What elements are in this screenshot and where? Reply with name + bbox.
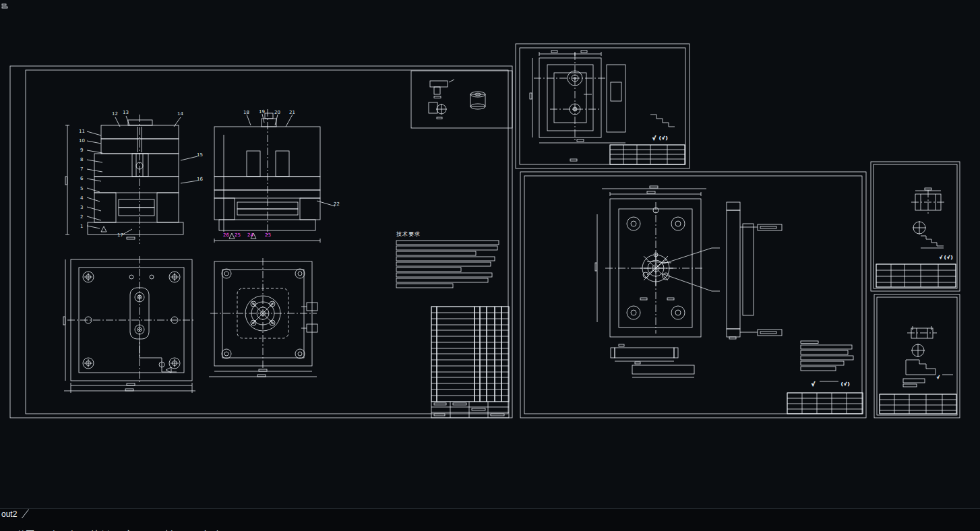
sheet-inset-detail <box>411 71 512 128</box>
layout-tab-row: out2 <box>1 509 26 519</box>
cad-linework: √ ( √ ) <box>0 0 980 509</box>
surface-finish-note: ( √ ) <box>841 381 849 386</box>
parts-list-table <box>431 307 509 418</box>
part-callout: 5 <box>80 187 83 191</box>
part-callout: 2 <box>80 215 83 220</box>
part-callout: 15 <box>197 153 203 158</box>
rendered-cylinder-part <box>470 92 485 109</box>
part-callout: 3 <box>80 206 83 210</box>
sheet-part-far-right-bottom: √ <box>874 294 960 418</box>
tech-requirements-title: 技术要求 <box>396 232 421 237</box>
title-block <box>876 264 956 287</box>
title-block <box>610 145 685 164</box>
part-callout: 1 <box>80 224 83 229</box>
part-callout: 10 <box>79 139 85 144</box>
section-view-left <box>65 115 197 244</box>
part-callout: 13 <box>123 111 129 115</box>
surface-finish-mark: √ <box>811 381 816 387</box>
part-callout: 19 <box>259 110 265 115</box>
drawing-canvas[interactable]: √ ( √ ) <box>0 0 980 509</box>
main-plan-view <box>595 186 720 337</box>
plan-view-left <box>63 256 195 393</box>
notes-block <box>801 341 853 371</box>
part-callout: 9 <box>80 148 83 153</box>
part-callout: 8 <box>80 158 83 162</box>
sheet-part-far-right-top: √ ( √ ) <box>871 162 960 291</box>
part-callout: 16 <box>197 177 203 182</box>
command-line[interactable]: 范围(E)/上一个(P)/比例(S)/窗口(W)/对象(O)] <实时>:e <box>1 519 239 531</box>
part-callout: 12 <box>112 112 118 117</box>
layout-tab[interactable]: out2 <box>1 509 17 519</box>
tab-divider-icon <box>16 509 29 518</box>
part-callout: 11 <box>79 129 85 134</box>
surface-finish-note: ( √ ) <box>659 135 667 140</box>
part-callout: 24 <box>247 233 253 238</box>
part-callout: 6 <box>80 177 83 181</box>
surface-finish-mark: √ <box>652 135 656 142</box>
title-block <box>787 393 863 414</box>
ui-corner-artifact <box>2 4 7 8</box>
part-callout: 4 <box>80 196 83 201</box>
sheet-part-middle-right: √ ( √ ) <box>520 172 866 418</box>
part-callout: 25 <box>235 233 241 238</box>
autocad-window: √ ( √ ) <box>0 0 980 531</box>
section-view-right <box>214 109 335 243</box>
tech-requirements-block <box>396 241 499 288</box>
sheet-part-top-right: √ ( √ ) <box>516 44 690 168</box>
surface-finish-mark: √ <box>937 375 940 379</box>
lower-section-views <box>611 344 694 377</box>
part-callout: 20 <box>274 111 280 115</box>
part-callout: 18 <box>243 111 249 115</box>
plan-view-right <box>209 258 317 377</box>
status-bar: out2 范围(E)/上一个(P)/比例(S)/窗口(W)/对象(O)] <实时… <box>0 508 980 531</box>
part-callout: 21 <box>289 111 295 115</box>
surface-finish-note: ( √ ) <box>944 255 952 259</box>
part-callout: 22 <box>334 202 340 207</box>
part-callout: 26 <box>223 233 229 238</box>
part-callout: 23 <box>265 233 271 238</box>
part-callout: 17 <box>117 233 123 238</box>
side-section-strips <box>727 202 782 339</box>
title-block <box>880 394 956 414</box>
surface-finish-mark: √ <box>940 255 942 259</box>
part-callout: 7 <box>80 167 83 172</box>
part-callout: 14 <box>177 112 183 117</box>
